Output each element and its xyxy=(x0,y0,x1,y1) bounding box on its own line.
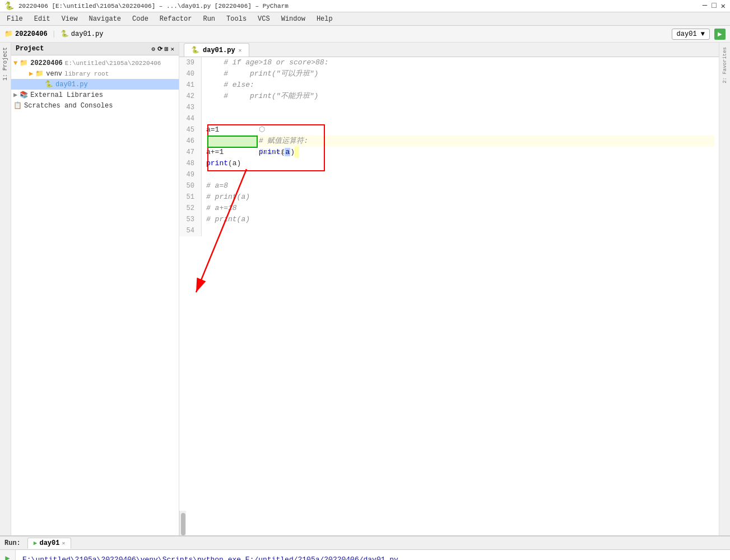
code-area: 39 40 41 42 43 44 45 46 47 48 49 50 51 5… xyxy=(179,57,719,236)
window-title: 20220406 [E:\untitled\2105a\20220406] – … xyxy=(18,3,289,10)
menu-item-help[interactable]: Help xyxy=(312,14,337,24)
window-controls: ─ □ ✕ xyxy=(703,1,726,11)
code-editor[interactable]: 39 40 41 42 43 44 45 46 47 48 49 50 51 5… xyxy=(179,57,719,511)
code-line-44: ⬡ # 赋值运算符: xyxy=(206,113,714,124)
titlebar: 🐍 20220406 [E:\untitled\2105a\20220406] … xyxy=(0,0,730,12)
left-strip: 1: Project xyxy=(0,43,11,535)
toolbar-project: 📁 20220406 xyxy=(4,30,48,38)
code-line-47: a+=1 #a=a+1 xyxy=(206,147,714,158)
menu-item-code[interactable]: Code xyxy=(128,14,153,24)
project-layout-icon[interactable]: ⊞ xyxy=(165,45,169,53)
run-tab-close[interactable]: ✕ xyxy=(62,540,65,547)
main-area: 1: Project Project ⚙ ⟳ ⊞ ✕ ▼ 📁 20220406 … xyxy=(0,43,730,535)
menu-item-refactor[interactable]: Refactor xyxy=(155,14,197,24)
run-config-selector[interactable]: day01 ▼ xyxy=(672,29,710,40)
editor-area: 🐍 day01.py ✕ 39 40 41 42 43 44 45 46 47 xyxy=(179,43,719,535)
tree-item-scratches[interactable]: 📋 Scratches and Consoles xyxy=(11,100,179,111)
menu-item-file[interactable]: File xyxy=(2,14,27,24)
code-line-51: # print(a) xyxy=(206,192,714,203)
toolbar: 📁 20220406 | 🐍 day01.py day01 ▼ ▶ xyxy=(0,26,730,43)
toolbar-right: day01 ▼ ▶ xyxy=(672,29,726,40)
close-btn[interactable]: ✕ xyxy=(721,1,726,11)
menu-item-edit[interactable]: Edit xyxy=(30,14,55,24)
code-line-39: # if age>18 or score>88: xyxy=(206,57,714,68)
code-line-45: a=1 xyxy=(206,124,714,136)
menu-item-vcs[interactable]: VCS xyxy=(253,14,275,24)
run-tab-bar: Run: ▶ day01 ✕ xyxy=(0,536,730,550)
favorites-strip-label[interactable]: 2: Favorites xyxy=(721,45,729,86)
menubar: FileEditViewNavigateCodeRefactorRunTools… xyxy=(0,12,730,26)
code-line-41: # else: xyxy=(206,80,714,91)
output-path-line: E:\untitled\2105a\20220406\venv\Scripts\… xyxy=(22,554,723,560)
scrollbar-thumb[interactable] xyxy=(181,513,185,535)
right-strip: 2: Favorites xyxy=(719,43,730,535)
code-line-49 xyxy=(206,169,714,180)
menu-item-tools[interactable]: Tools xyxy=(222,14,251,24)
menu-item-run[interactable]: Run xyxy=(198,14,220,24)
toolbar-file: 🐍 day01.py xyxy=(61,30,104,38)
menu-item-view[interactable]: View xyxy=(57,14,82,24)
project-panel-header: Project ⚙ ⟳ ⊞ ✕ xyxy=(11,43,179,55)
project-tree: ▼ 📁 20220406 E:\untitled\2105a\20220406 … xyxy=(11,55,179,535)
menu-item-window[interactable]: Window xyxy=(277,14,310,24)
run-toolbar: ▶ ↑ ↓ ≡ ↕ 🖨 🗑 xyxy=(0,550,16,560)
project-settings-icon[interactable]: ⚙ xyxy=(151,45,155,53)
right-scrollbar[interactable] xyxy=(179,511,186,535)
code-line-52: # a+=18 xyxy=(206,203,714,214)
run-label: Run: xyxy=(4,539,21,547)
code-lines: # if age>18 or score>88: # print("可以升班")… xyxy=(202,57,719,236)
code-line-40: # print("可以升班") xyxy=(206,68,714,80)
code-line-50: # a=8 xyxy=(206,180,714,192)
tab-close-icon[interactable]: ✕ xyxy=(239,47,242,54)
code-line-43 xyxy=(206,102,714,113)
editor-tab-day01[interactable]: 🐍 day01.py ✕ xyxy=(184,43,249,57)
minimize-btn[interactable]: ─ xyxy=(703,1,707,11)
run-output: E:\untitled\2105a\20220406\venv\Scripts\… xyxy=(16,550,730,560)
code-line-53: # print(a) xyxy=(206,214,714,225)
project-close-icon[interactable]: ✕ xyxy=(170,45,174,53)
tree-item-venv[interactable]: ▶ 📁 venv library root xyxy=(11,68,179,79)
run-content: ▶ ↑ ↓ ≡ ↕ 🖨 🗑 E:\untitled\2105a\20220406… xyxy=(0,550,730,560)
maximize-btn[interactable]: □ xyxy=(712,1,716,11)
code-line-48: print(a) xyxy=(206,158,714,169)
code-line-42: # print("不能升班") xyxy=(206,91,714,102)
run-rerun-btn[interactable]: ▶ xyxy=(2,552,13,560)
tree-item-root[interactable]: ▼ 📁 20220406 E:\untitled\2105a\20220406 xyxy=(11,58,179,68)
line-numbers: 39 40 41 42 43 44 45 46 47 48 49 50 51 5… xyxy=(179,57,202,236)
project-panel: Project ⚙ ⟳ ⊞ ✕ ▼ 📁 20220406 E:\untitled… xyxy=(11,43,179,535)
editor-tab-bar: 🐍 day01.py ✕ xyxy=(179,43,719,57)
tree-item-day01[interactable]: 🐍 day01.py xyxy=(11,79,179,90)
menu-item-navigate[interactable]: Navigate xyxy=(84,14,125,24)
run-tab-day01[interactable]: ▶ day01 ✕ xyxy=(27,538,72,549)
project-sync-icon[interactable]: ⟳ xyxy=(157,45,162,53)
sidebar-item-project[interactable]: 1: Project xyxy=(1,45,10,83)
run-button[interactable]: ▶ xyxy=(714,29,726,40)
bottom-panel: Run: ▶ day01 ✕ ▶ ↑ ↓ ≡ ↕ 🖨 🗑 E:\untitled… xyxy=(0,535,730,560)
tree-item-external-libs[interactable]: ▶ 📚 External Libraries xyxy=(11,90,179,100)
code-line-54 xyxy=(206,225,714,236)
